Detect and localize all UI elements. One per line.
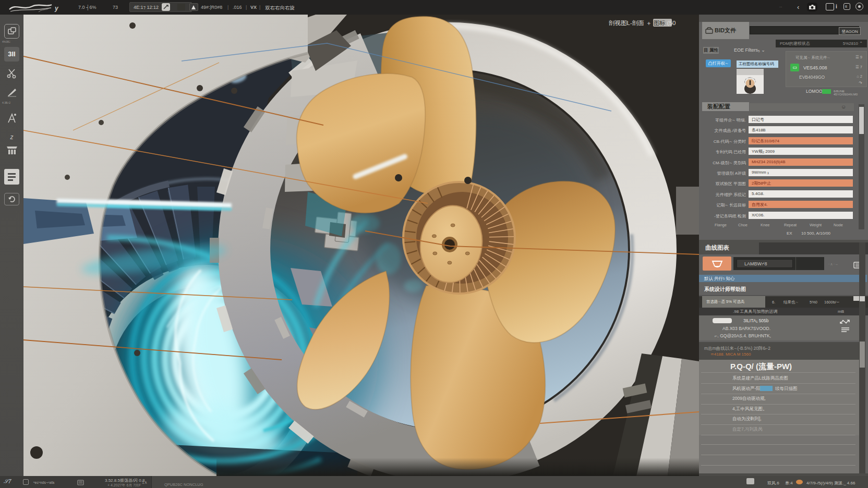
svg-text:剖视图L-剖面 ＋ 图标 (50: 剖视图L-剖面 ＋ 图标 (50 bbox=[609, 20, 676, 26]
